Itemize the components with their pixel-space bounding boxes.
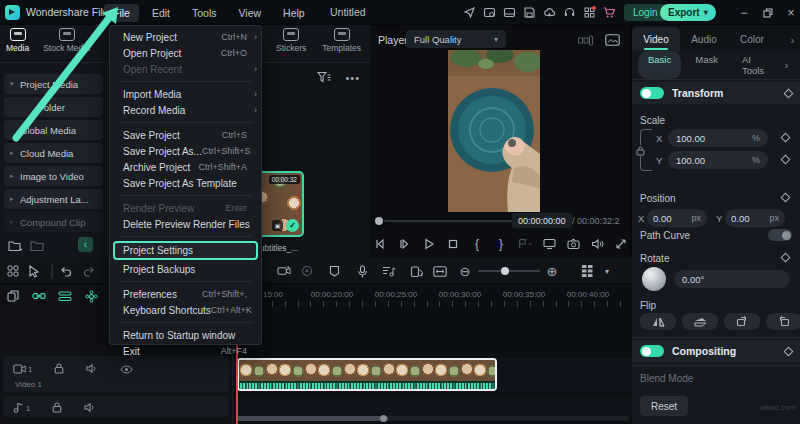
file-menu-item[interactable]: Open Recent › [110,61,261,77]
chevron-right-icon[interactable]: › [785,60,794,71]
restore-button[interactable] [758,0,778,25]
keyframe-diamond-icon[interactable] [784,88,794,98]
new-folder-icon[interactable] [8,238,22,256]
export-button[interactable]: Export ▾ [660,4,716,21]
volume-icon[interactable] [590,237,604,251]
path-curve-toggle[interactable] [768,229,792,241]
file-menu-item[interactable]: Save Project Ctrl+S › [110,127,261,143]
snapshot-camera-icon[interactable] [566,237,580,251]
redo-icon[interactable] [82,264,96,278]
file-menu-item[interactable]: Archive Project Ctrl+Shift+A › [110,159,261,175]
media-tab[interactable]: Stock Media [43,28,90,66]
audio-music-icon[interactable] [382,264,396,278]
split-layers-icon[interactable] [58,289,72,303]
keyframe-diamond-icon[interactable] [781,133,791,143]
apps-grid-icon[interactable] [582,6,596,20]
media-tab[interactable]: Templates [322,28,361,66]
group-view-icon[interactable] [578,32,593,50]
file-menu-item[interactable]: › [118,195,253,196]
menubar-item[interactable]: View [230,4,271,22]
scrollbar-handle[interactable] [237,416,388,421]
file-menu-item[interactable]: Save Project As... Ctrl+Shift+S › [110,143,261,159]
transform-toggle[interactable] [640,87,664,99]
filter-icon[interactable] [317,69,331,87]
chevron-down-icon[interactable]: ▾ [600,264,614,278]
save-icon[interactable] [522,6,536,20]
inspector-subtab[interactable]: AI Tools [732,51,781,79]
mute-speaker-icon[interactable] [86,360,98,378]
scale-y-input[interactable]: 100.00% [668,151,768,169]
sidebar-item[interactable]: ▸ Cloud Media [4,143,103,163]
keyframe-diamond-icon[interactable] [784,346,794,356]
device-preview-icon[interactable] [409,264,423,278]
file-menu-item[interactable]: › [118,322,253,323]
inspector-subtab[interactable]: Basic [638,51,681,79]
file-menu-item[interactable]: Save Project As Template › [110,175,261,191]
sidebar-item[interactable]: ▸ Compound Clip [4,212,103,232]
keyframe-diamond-icon[interactable] [781,253,791,263]
link-icon[interactable] [32,289,46,303]
select-tool-icon[interactable] [27,264,41,278]
track-manager-icon[interactable] [580,264,594,278]
folder-icon[interactable] [30,238,44,256]
menubar-item[interactable]: Help [274,4,314,22]
media-tab[interactable]: Media [6,28,29,66]
zoom-out-icon[interactable]: ⊖ [458,264,472,278]
play-button[interactable] [422,237,436,251]
media-tab[interactable]: Stickers [276,28,306,66]
compositing-toggle[interactable] [640,345,664,357]
file-menu-item[interactable]: › [118,122,253,123]
mute-speaker-icon[interactable] [84,399,96,417]
minimize-button[interactable]: − [734,0,754,25]
sidebar-item[interactable]: Global Media [4,120,103,140]
inspector-tab[interactable]: Audio [680,27,728,51]
file-menu-item[interactable]: Delete Preview Render Files › [110,216,261,232]
lock-icon[interactable] [635,145,646,156]
preview-image-icon[interactable] [605,32,620,50]
sidebar-item[interactable]: Folder [4,97,103,117]
scale-x-input[interactable]: 100.00% [668,129,768,147]
inspector-tab[interactable]: Video [632,27,680,51]
reset-button[interactable]: Reset [640,396,688,416]
file-menu-item[interactable]: Render Preview Enter › [110,200,261,216]
file-menu-item[interactable]: › [118,81,253,82]
position-y-input[interactable]: 0.00px [725,209,785,227]
video-track-header[interactable]: 1 Video 1 [3,356,229,392]
file-menu-item[interactable]: Return to Startup window › [110,327,261,343]
rotate-ccw-button[interactable] [766,313,800,330]
toolbox-grid-icon[interactable] [6,264,20,278]
promote-icon[interactable] [462,6,476,20]
motion-tracking-icon[interactable] [84,289,98,303]
fullscreen-icon[interactable] [614,237,628,251]
display-device-icon[interactable] [542,237,556,251]
undo-icon[interactable] [58,264,72,278]
file-menu-item[interactable]: Record Media › [110,102,261,118]
scrollbar-knob[interactable] [380,415,387,422]
file-menu-item[interactable]: Keyboard Shortcuts Ctrl+Alt+K › [110,302,261,318]
sidebar-item[interactable]: ▾ Project Media [4,74,103,94]
flip-vertical-button[interactable] [682,313,718,330]
chevron-right-icon[interactable]: › [791,35,800,46]
file-menu-item[interactable]: Exit Alt+F4 › [110,343,261,359]
support-headset-icon[interactable] [562,6,576,20]
zoom-slider-handle[interactable] [501,267,509,275]
eye-icon[interactable] [120,360,133,378]
lock-icon[interactable] [52,399,62,417]
marker-flag-icon[interactable] [518,237,532,251]
mic-icon[interactable] [355,264,369,278]
menubar-item[interactable]: Edit [143,4,179,22]
scrubber-handle[interactable] [375,217,383,225]
file-menu-item[interactable]: › [118,281,253,282]
inspector-subtab[interactable]: Mask [685,51,728,79]
flip-horizontal-button[interactable] [640,313,676,330]
panel-layout-icon[interactable] [502,6,516,20]
rotate-cw-button[interactable] [724,313,760,330]
position-x-input[interactable]: 0.00px [647,209,707,227]
copy-icon[interactable] [6,289,20,303]
rotate-input[interactable]: 0.00° [674,270,790,288]
cloud-upload-icon[interactable] [542,6,556,20]
quality-dropdown[interactable]: Full Quality ▾ [406,30,506,48]
file-menu-item[interactable]: Import Media › [110,86,261,102]
zoom-slider-track[interactable] [478,270,540,272]
record-camera-icon[interactable] [277,264,291,278]
